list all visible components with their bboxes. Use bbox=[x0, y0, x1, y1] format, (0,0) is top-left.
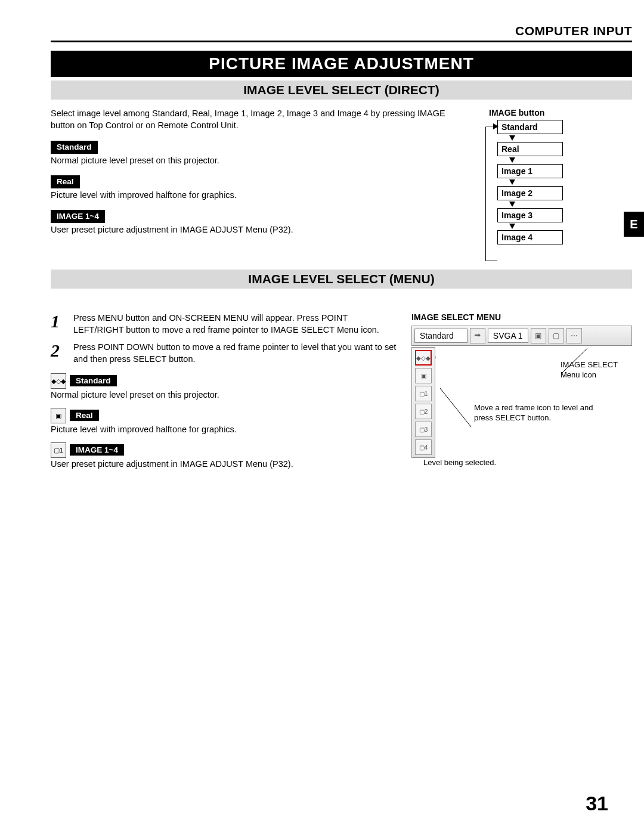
svg-line-1 bbox=[440, 388, 471, 427]
menu-other-icon: ▢ bbox=[549, 328, 564, 343]
panel-real-icon: ▣ bbox=[415, 368, 432, 383]
menu-arrow-icon: ⮕ bbox=[470, 328, 485, 343]
menu-screenshot: Standard ⮕ SVGA 1 ▣ ▢ ⋯ ◆◇◆ ▣ ▢1 ▢2 ▢3 ▢… bbox=[411, 326, 632, 458]
section-heading-menu: IMAGE LEVEL SELECT (MENU) bbox=[51, 270, 632, 289]
tag-standard-menu: Standard bbox=[70, 375, 117, 386]
diagram-title: IMAGE button bbox=[489, 108, 632, 117]
menu-field-value: Standard bbox=[414, 329, 467, 343]
panel-standard-icon: ◆◇◆ bbox=[415, 350, 432, 366]
desc-standard-menu: Normal picture level preset on this proj… bbox=[51, 390, 400, 400]
tag-image14-menu: IMAGE 1~4 bbox=[70, 444, 124, 456]
menu-more-icon: ⋯ bbox=[566, 328, 582, 343]
tag-standard: Standard bbox=[51, 141, 98, 154]
step-number-1: 1 bbox=[51, 312, 65, 336]
callout-menu-icon: IMAGE SELECT Menu icon bbox=[561, 360, 638, 380]
panel-image3-icon: ▢3 bbox=[415, 422, 432, 437]
side-language-tab: E bbox=[624, 212, 644, 237]
image-button-diagram: IMAGE button Standard Real Image 1 Image… bbox=[465, 108, 632, 246]
step-text-2: Press POINT DOWN button to move a red fr… bbox=[73, 342, 400, 365]
desc-real: Picture level with improved halftone for… bbox=[51, 190, 447, 202]
tag-image14: IMAGE 1~4 bbox=[51, 210, 105, 223]
desc-standard: Normal picture level preset on this proj… bbox=[51, 155, 447, 167]
level-standard: Standard bbox=[497, 120, 563, 134]
page-title: PICTURE IMAGE ADJUSTMENT bbox=[51, 51, 632, 77]
tag-real: Real bbox=[51, 175, 80, 188]
level-image1: Image 1 bbox=[497, 164, 563, 178]
arrow-down-icon bbox=[509, 202, 515, 207]
menu-mode-value: SVGA 1 bbox=[488, 329, 528, 343]
level-image3: Image 3 bbox=[497, 208, 563, 222]
level-image2: Image 2 bbox=[497, 186, 563, 200]
step-text-1: Press MENU button and ON-SCREEN MENU wil… bbox=[73, 312, 400, 336]
arrow-down-icon bbox=[509, 135, 515, 141]
step-number-2: 2 bbox=[51, 342, 65, 365]
arrow-down-icon bbox=[509, 224, 515, 229]
arrow-down-icon bbox=[509, 179, 515, 185]
tag-real-menu: Real bbox=[70, 410, 99, 421]
callout-red-frame: Move a red frame icon to level and press… bbox=[474, 403, 611, 423]
page-number: 31 bbox=[586, 792, 608, 815]
standard-icon: ◆◇◆ bbox=[51, 373, 66, 389]
panel-image4-icon: ▢4 bbox=[415, 439, 432, 455]
real-icon: ▣ bbox=[51, 408, 66, 423]
arrow-down-icon bbox=[509, 157, 515, 163]
intro-text: Select image level among Standard, Real,… bbox=[51, 108, 447, 131]
desc-image14-menu: User preset picture adjustment in IMAGE … bbox=[51, 459, 400, 469]
level-real: Real bbox=[497, 142, 563, 156]
section-heading-direct: IMAGE LEVEL SELECT (DIRECT) bbox=[51, 80, 632, 100]
screenshot-title: IMAGE SELECT MENU bbox=[411, 312, 632, 322]
panel-image2-icon: ▢2 bbox=[415, 404, 432, 419]
desc-real-menu: Picture level with improved halftone for… bbox=[51, 425, 400, 434]
callout-level-selected: Level being selected. bbox=[423, 458, 543, 468]
menu-select-icon: ▣ bbox=[531, 328, 546, 343]
image14-icon: ▢1 bbox=[51, 442, 66, 458]
panel-image1-icon: ▢1 bbox=[415, 386, 432, 401]
level-image4: Image 4 bbox=[497, 230, 563, 244]
page-header: COMPUTER INPUT bbox=[51, 24, 632, 42]
desc-image14: User preset picture adjustment in IMAGE … bbox=[51, 224, 447, 236]
